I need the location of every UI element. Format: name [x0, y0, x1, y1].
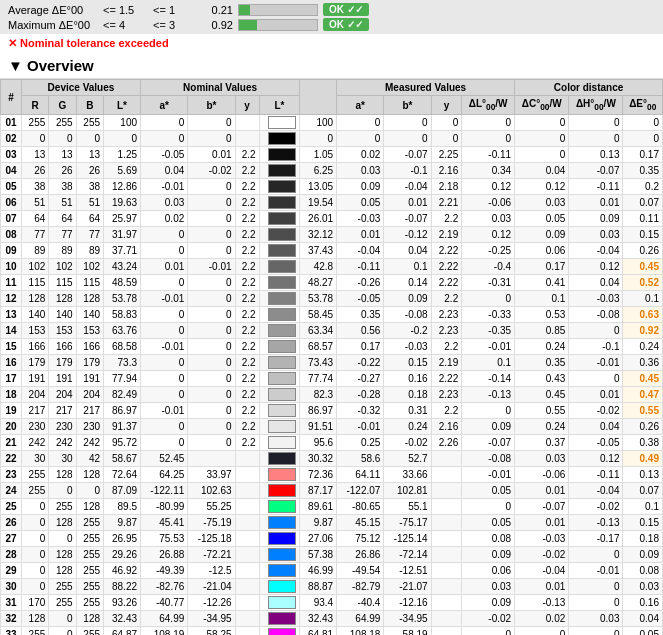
cell: 58.83 — [104, 307, 141, 323]
col-meas-a: a* — [337, 96, 384, 115]
color-swatch — [268, 148, 296, 161]
cell: 0 — [141, 243, 188, 259]
cell: 0.15 — [384, 355, 431, 371]
cell: 166 — [49, 339, 76, 355]
cell: 128 — [49, 547, 76, 563]
cell: 0 — [188, 115, 235, 131]
cell: 31 — [1, 595, 22, 611]
cell: 0 — [21, 531, 48, 547]
max-value: 0.92 — [203, 19, 233, 31]
color-swatch — [268, 612, 296, 625]
cell: 0 — [49, 131, 76, 147]
cell: 6.25 — [300, 163, 337, 179]
cell: 0 — [141, 419, 188, 435]
cell — [259, 131, 299, 147]
cell: 128 — [76, 499, 103, 515]
cell: 0.13 — [623, 467, 663, 483]
color-swatch — [268, 292, 296, 305]
cell: -58.19 — [384, 627, 431, 636]
cell: 29 — [1, 563, 22, 579]
cell: -0.11 — [569, 179, 623, 195]
cell — [235, 467, 259, 483]
cell: 63.76 — [104, 323, 141, 339]
max-crit1: <= 4 — [103, 19, 148, 31]
table-row: 25025512889.5-80.9955.2589.61-80.6555.10… — [1, 499, 663, 515]
table-row: 031313131.25-0.050.012.21.050.02-0.072.2… — [1, 147, 663, 163]
cell: 77 — [76, 227, 103, 243]
cell — [259, 387, 299, 403]
cell: 0.05 — [623, 627, 663, 636]
cell: 255 — [76, 531, 103, 547]
cell: 19 — [1, 403, 22, 419]
cell: 91.37 — [104, 419, 141, 435]
cell — [259, 563, 299, 579]
cell: 2.19 — [431, 227, 462, 243]
cell: 88.22 — [104, 579, 141, 595]
cell: 0.49 — [623, 451, 663, 467]
cell: 0.38 — [623, 435, 663, 451]
table-row: 28012825529.2626.88-72.2157.3826.86-72.1… — [1, 547, 663, 563]
cell: -75.19 — [188, 515, 235, 531]
cell: 0.53 — [515, 307, 569, 323]
cell: 2.2 — [235, 291, 259, 307]
cell: 0 — [21, 131, 48, 147]
cell: 73.43 — [300, 355, 337, 371]
cell: -0.02 — [384, 435, 431, 451]
cell: 72.64 — [104, 467, 141, 483]
cell: 217 — [21, 403, 48, 419]
cell: 0.41 — [515, 275, 569, 291]
cell: -0.04 — [337, 243, 384, 259]
cell: 31.97 — [104, 227, 141, 243]
table-row: 2023023023091.37002.291.51-0.010.242.160… — [1, 419, 663, 435]
cell: 0 — [623, 131, 663, 147]
table-row: 1617917917973.3002.273.43-0.220.152.190.… — [1, 355, 663, 371]
col-swatch-header — [300, 80, 337, 115]
cell: -0.04 — [569, 483, 623, 499]
cell: 2.25 — [431, 147, 462, 163]
cell — [259, 147, 299, 163]
cell: 255 — [76, 563, 103, 579]
cell — [431, 515, 462, 531]
cell — [259, 211, 299, 227]
overview-table: # Device Values Nominal Values Measured … — [0, 79, 663, 635]
color-swatch — [268, 436, 296, 449]
cell: 03 — [1, 147, 22, 163]
cell: 0 — [188, 195, 235, 211]
cell: 0 — [141, 355, 188, 371]
cell: 14 — [1, 323, 22, 339]
cell: 2.2 — [235, 339, 259, 355]
cell: 0.12 — [515, 179, 569, 195]
color-swatch — [268, 548, 296, 561]
cell: 0 — [188, 339, 235, 355]
color-swatch — [268, 196, 296, 209]
cell: 93.4 — [300, 595, 337, 611]
cell: 20 — [1, 419, 22, 435]
cell: 0.06 — [462, 563, 515, 579]
cell: 0.03 — [515, 195, 569, 211]
cell — [431, 627, 462, 636]
cell: 0.03 — [462, 579, 515, 595]
cell: 0.04 — [515, 163, 569, 179]
cell — [235, 115, 259, 131]
cell: -0.08 — [384, 307, 431, 323]
cell: -12.51 — [384, 563, 431, 579]
cell: 0.14 — [384, 275, 431, 291]
cell: 0.56 — [337, 323, 384, 339]
cell: 2.2 — [431, 403, 462, 419]
cell: 42.8 — [300, 259, 337, 275]
cell: -125.18 — [188, 531, 235, 547]
cell: 128 — [76, 611, 103, 627]
table-row: 1111511511548.59002.248.27-0.260.142.22-… — [1, 275, 663, 291]
cell: 12.86 — [104, 179, 141, 195]
cell: 2.2 — [431, 211, 462, 227]
cell: -0.03 — [337, 211, 384, 227]
cell: 0 — [49, 611, 76, 627]
cell: 64.25 — [141, 467, 188, 483]
cell: -0.11 — [337, 259, 384, 275]
cell — [259, 595, 299, 611]
color-swatch — [268, 116, 296, 129]
col-meas-y: y — [431, 96, 462, 115]
cell: 0 — [462, 115, 515, 131]
cell: 0.09 — [623, 547, 663, 563]
cell — [259, 435, 299, 451]
